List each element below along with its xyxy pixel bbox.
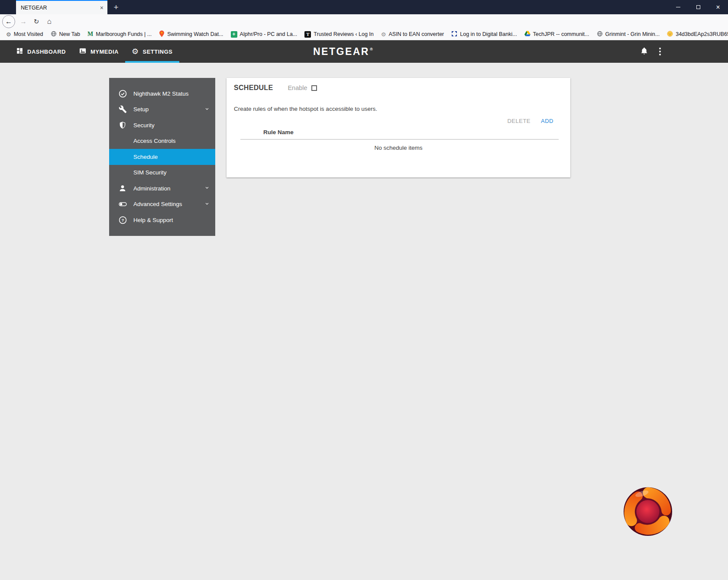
table-divider [240,139,559,140]
maximize-icon [696,5,700,9]
map-pin-icon [159,30,165,39]
minimize-button[interactable] [668,0,688,14]
globe-icon [51,31,57,38]
nav-dashboard[interactable]: DASHBOARD [10,40,72,63]
overflow-menu-icon[interactable] [659,48,661,55]
bookmark-new-tab[interactable]: New Tab [49,31,85,38]
media-icon [79,47,87,56]
gear-icon: ⚙ [6,32,11,37]
sidebar-item-administration[interactable]: Administration [109,180,215,197]
blue-x-icon [451,31,457,38]
nav-settings[interactable]: ⚙ SETTINGS [125,40,179,63]
bookmark-wallet-address[interactable]: 34d3bdEAp2s3RUB65g... [665,31,728,38]
sidebar-item-access-controls[interactable]: Access Controls [109,133,215,149]
delete-button[interactable]: DELETE [507,118,531,124]
toggle-icon [118,200,127,209]
sidebar-item-schedule[interactable]: Schedule [109,149,215,165]
bookmark-techjpr[interactable]: TechJPR -- communit... [522,31,595,38]
minimize-icon [676,7,680,7]
gear-icon: ⚙ [132,48,139,55]
forward-button[interactable]: → [18,18,29,26]
letter-m-icon: M [87,31,93,37]
tab-close-icon[interactable]: × [100,5,104,11]
chevron-down-icon [204,184,210,193]
black-t-icon: T [304,31,311,38]
add-button[interactable]: ADD [541,118,553,124]
window-controls: × [668,0,728,14]
person-icon [118,184,127,193]
back-button[interactable]: ← [2,15,15,28]
bookmark-swimming-watch[interactable]: Swimming Watch Dat... [157,30,228,39]
gray-gear-icon: ⚙ [381,32,386,37]
rule-name-header: Rule Name [263,129,570,135]
bookmark-marlborough[interactable]: M Marlborough Funds | ... [85,31,157,37]
tab-title: NETGEAR [21,5,100,11]
enable-checkbox[interactable] [311,85,317,91]
bookmark-alphr[interactable]: + Alphr/Pro - PC and La... [229,31,303,38]
drive-icon [524,31,531,38]
schedule-card: SCHEDULE Enable Create rules of when the… [226,78,570,177]
card-description: Create rules of when the hotspot is acce… [234,106,570,112]
browser-tab[interactable]: NETGEAR × [16,0,107,14]
green-tile-icon: + [231,31,237,38]
browser-titlebar: NETGEAR × + × [0,0,728,14]
svg-text:?: ? [121,218,124,222]
globe-icon [597,31,603,38]
card-title: SCHEDULE [234,84,273,92]
app-navbar: DASHBOARD MYMEDIA ⚙ SETTINGS NETGEAR® [0,40,728,63]
browser-toolbar: ← → ↻ ⌂ i 192.168.1.1/index.html#setting… [0,14,728,29]
new-tab-button[interactable]: + [110,1,122,13]
page-content: Nighthawk M2 Status Setup Security Acces… [0,63,728,580]
bookmark-most-visited[interactable]: ⚙ Most Visited [4,31,49,37]
shield-icon [118,120,127,130]
reload-button[interactable]: ↻ [31,18,42,26]
empty-message: No schedule items [226,145,570,151]
chevron-down-icon [204,200,210,208]
bookmark-digital-banking[interactable]: Log in to Digital Banki... [449,31,522,38]
netgear-logo: NETGEAR® [313,40,373,63]
dashboard-grid-icon [16,47,23,56]
bookmark-trusted-reviews[interactable]: T Trusted Reviews ‹ Log In [302,31,379,38]
settings-sidebar: Nighthawk M2 Status Setup Security Acces… [109,78,215,236]
swirl-sphere-logo [622,478,673,540]
close-button[interactable]: × [708,0,728,14]
sidebar-item-advanced-settings[interactable]: Advanced Settings [109,197,215,213]
sidebar-item-status[interactable]: Nighthawk M2 Status [109,86,215,102]
sidebar-item-sim-security[interactable]: SIM Security [109,165,215,181]
question-circle-icon: ? [118,215,127,225]
sidebar-item-help-support[interactable]: ? Help & Support [109,212,215,228]
check-circle-icon [118,89,127,98]
bookmark-grinmint[interactable]: Grinmint - Grin Minin... [595,31,665,38]
notifications-bell-icon[interactable] [640,47,648,57]
home-button[interactable]: ⌂ [44,17,55,26]
sidebar-item-security[interactable]: Security [109,117,215,133]
nav-mymedia[interactable]: MYMEDIA [72,40,125,63]
sidebar-item-setup[interactable]: Setup [109,102,215,118]
bookmarks-bar: ⚙ Most Visited New Tab M Marlborough Fun… [0,29,728,40]
chevron-down-icon [204,105,210,113]
bookmark-asin-ean[interactable]: ⚙ ASIN to EAN converter [379,31,449,37]
close-icon: × [716,4,720,11]
maximize-button[interactable] [688,0,708,14]
wrench-icon [118,105,127,114]
enable-label: Enable [288,84,307,91]
smiley-icon [667,31,673,38]
